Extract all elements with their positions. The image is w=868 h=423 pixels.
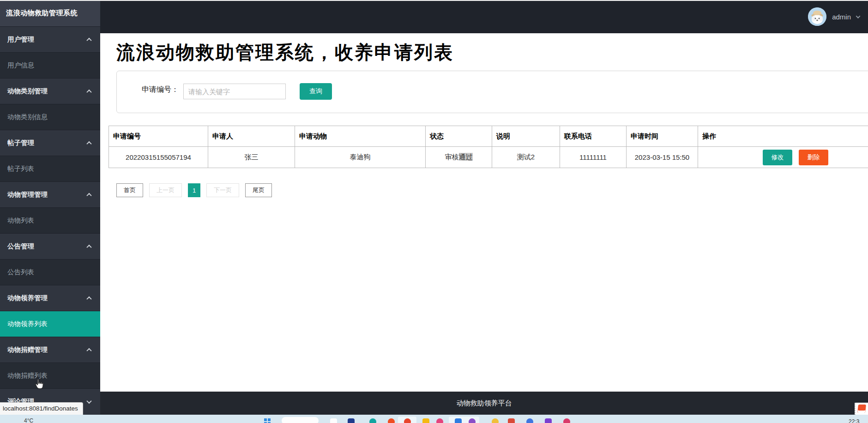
col-note: 说明 [492,126,560,147]
main-content: 流浪动物救助管理系统，收养申请列表 申请编号： 查询 申请编号 申请人 申请动物… [100,33,868,392]
cell-time: 2023-03-15 15:50 [627,147,698,168]
sidebar-item-notice-list[interactable]: 公告列表 [0,259,100,285]
search-input[interactable] [183,84,286,99]
sidebar-item-post-list[interactable]: 帖子列表 [0,156,100,181]
search-field-label: 申请编号： [142,85,179,95]
footer-text: 动物救助领养平台 [457,399,512,408]
chevron-up-icon [86,296,91,301]
username-label: admin [832,13,851,21]
sidebar-group-user-management[interactable]: 用户管理 [0,26,100,52]
taskbar-app-icon[interactable] [330,418,337,423]
user-menu[interactable]: admin [808,7,860,26]
col-phone: 联系电话 [560,126,627,147]
taskbar-app-icon[interactable] [369,418,376,423]
avatar[interactable] [808,7,826,26]
sidebar-group-animal-category-management[interactable]: 动物类别管理 [0,78,100,104]
chevron-down-icon [856,14,861,18]
chevron-up-icon [86,37,91,42]
page-title: 流浪动物救助管理系统，收养申请列表 [116,40,454,65]
taskbar-app-icon[interactable] [436,418,443,423]
sidebar-item-adoption-list[interactable]: 动物领养列表 [0,311,100,337]
sidebar-item-animal-list[interactable]: 动物列表 [0,207,100,233]
taskbar-app-icon[interactable] [388,418,395,423]
edit-button[interactable]: 修改 [763,150,792,165]
tray-widget[interactable] [855,403,868,415]
sidebar-item-animal-category-info[interactable]: 动物类别信息 [0,104,100,130]
chevron-up-icon [86,141,91,146]
chevron-up-icon [86,193,91,198]
taskbar-weather-label[interactable]: 4°C [24,417,33,423]
taskbar-app-icon[interactable] [469,418,476,423]
page-last-button[interactable]: 尾页 [245,183,272,197]
taskbar-clock[interactable]: 22:3 [849,418,859,423]
cell-animal: 泰迪狗 [295,147,426,168]
taskbar-app-icon[interactable] [404,418,411,423]
page-next-button[interactable]: 下一页 [206,183,239,197]
windows-start-icon[interactable] [264,418,271,423]
page-number-current[interactable]: 1 [188,183,200,197]
sidebar-group-post-management[interactable]: 帖子管理 [0,130,100,156]
sidebar: 流浪动物救助管理系统 用户管理 用户信息 动物类别管理 动物类别信息 帖子管理 … [0,0,100,415]
table-row: 20220315155057194 张三 泰迪狗 审核通过 测试2 111111… [109,147,868,168]
windows-taskbar[interactable]: 4°C 22:3 [0,415,868,423]
taskbar-app-icon[interactable] [563,418,570,423]
mouse-cursor-hand-icon [34,379,45,392]
page-prev-button[interactable]: 上一页 [149,183,182,197]
taskbar-app-icon[interactable] [545,418,552,423]
search-button[interactable]: 查询 [300,83,332,100]
browser-status-url: localhost:8081/findDonates [0,402,83,415]
taskbar-app-icon[interactable] [508,418,515,423]
sidebar-item-user-info[interactable]: 用户信息 [0,52,100,78]
app-viewport: admin 流浪动物救助管理系统 用户管理 用户信息 动物类别管理 动物类别信息… [0,0,868,423]
col-time: 申请时间 [627,126,698,147]
sidebar-group-animal-management[interactable]: 动物管理管理 [0,181,100,207]
footer: 动物救助领养平台 [100,392,868,415]
selected-text: 通过 [459,153,473,161]
search-panel: 申请编号： 查询 [116,71,868,113]
cell-actions: 修改 删除 [698,147,868,168]
taskbar-app-icon[interactable] [526,418,533,423]
cell-phone: 11111111 [560,147,627,168]
col-status: 状态 [426,126,492,147]
table-header-row: 申请编号 申请人 申请动物 状态 说明 联系电话 申请时间 操作 [109,126,868,147]
top-header-bar: admin [100,0,868,33]
sidebar-item-donation-list[interactable]: 动物捐赠列表 [0,363,100,388]
pagination: 首页 上一页 1 下一页 尾页 [116,183,278,197]
window-top-edge [0,0,868,1]
tray-widget-icon [857,405,866,413]
delete-button[interactable]: 删除 [799,150,828,165]
adoption-table: 申请编号 申请人 申请动物 状态 说明 联系电话 申请时间 操作 2022031… [108,126,868,168]
chevron-up-icon [86,244,91,249]
cell-status: 审核通过 [426,147,492,168]
puppy-avatar-icon [808,7,826,26]
taskbar-search-pill[interactable] [282,417,319,423]
page-first-button[interactable]: 首页 [116,183,143,197]
taskbar-app-icon[interactable] [348,418,355,423]
col-applicant: 申请人 [208,126,295,147]
sidebar-group-donation-management[interactable]: 动物捐赠管理 [0,337,100,363]
chevron-up-icon [86,89,91,94]
cell-applicant: 张三 [208,147,295,168]
col-animal: 申请动物 [295,126,426,147]
cell-note: 测试2 [492,147,560,168]
col-apply-no: 申请编号 [109,126,208,147]
chevron-down-icon [86,398,91,403]
chevron-up-icon [86,348,91,353]
taskbar-app-icon[interactable] [492,418,499,423]
sidebar-group-adoption-management[interactable]: 动物领养管理 [0,285,100,311]
taskbar-app-icon[interactable] [422,418,429,423]
cell-apply-no: 20220315155057194 [109,147,208,168]
col-actions: 操作 [698,126,868,147]
taskbar-app-icon[interactable] [455,418,462,423]
sidebar-group-notice-management[interactable]: 公告管理 [0,233,100,259]
sidebar-app-title: 流浪动物救助管理系统 [0,0,100,26]
